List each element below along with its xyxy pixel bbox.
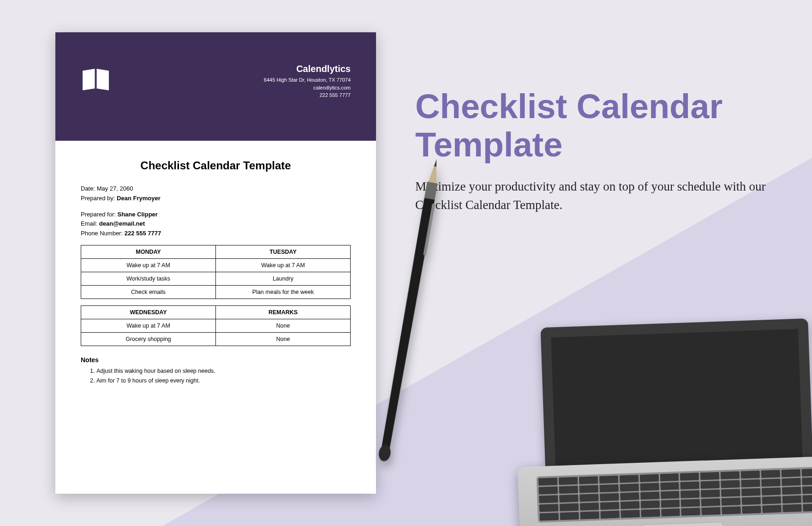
company-name: Calendlytics	[264, 64, 351, 74]
prepared-for-label: Prepared for:	[81, 211, 118, 218]
col-header: MONDAY	[81, 245, 216, 258]
notes-title: Notes	[81, 356, 351, 364]
company-phone: 222 555 7777	[264, 91, 351, 99]
date-label: Date:	[81, 185, 97, 192]
col-header: TUESDAY	[216, 245, 351, 258]
prepared-by-label: Prepared by:	[81, 195, 117, 202]
notes-list: Adjust this waking hour based on sleep n…	[81, 366, 351, 386]
cell: Grocery shopping	[81, 332, 216, 346]
table-row: Wake up at 7 AMNone	[81, 319, 351, 332]
cell: Wake up at 7 AM	[216, 258, 351, 272]
email-value: dean@email.net	[99, 220, 145, 227]
email-label: Email:	[81, 220, 99, 227]
cell: None	[216, 319, 351, 332]
promo-title: Checklist Calendar Template	[415, 88, 766, 164]
laptop-keyboard	[537, 466, 812, 523]
prepared-by-value: Dean Frymoyer	[117, 195, 161, 202]
checklist-table-2: WEDNESDAY REMARKS Wake up at 7 AMNone Gr…	[81, 305, 351, 346]
document-header: Calendlytics 6445 High Star Dr, Houston,…	[55, 32, 376, 141]
company-website: calendlytics.com	[264, 84, 351, 92]
cell: Wake up at 7 AM	[81, 319, 216, 332]
laptop-base	[518, 456, 812, 526]
laptop-prop	[513, 317, 812, 526]
meta-group-1: Date: May 27, 2060 Prepared by: Dean Fry…	[81, 184, 351, 203]
meta-group-2: Prepared for: Shane Clipper Email: dean@…	[81, 210, 351, 239]
cell: Plan meals for the week	[216, 285, 351, 299]
table-row: Check emailsPlan meals for the week	[81, 285, 351, 299]
cell: Wake up at 7 AM	[81, 258, 216, 272]
promo-block: Checklist Calendar Template Maximize you…	[415, 88, 766, 215]
cell: Laundry	[216, 272, 351, 285]
col-header: REMARKS	[216, 305, 351, 319]
checklist-table-1: MONDAY TUESDAY Wake up at 7 AMWake up at…	[81, 245, 351, 299]
promo-description: Maximize your productivity and stay on t…	[415, 177, 766, 215]
col-header: WEDNESDAY	[81, 305, 216, 319]
table-row: Work/study tasksLaundry	[81, 272, 351, 285]
document-preview: Calendlytics 6445 High Star Dr, Houston,…	[55, 32, 376, 494]
notes-section: Notes Adjust this waking hour based on s…	[81, 356, 351, 386]
cell: Check emails	[81, 285, 216, 299]
laptop-trackpad	[639, 522, 723, 526]
document-body: Checklist Calendar Template Date: May 27…	[55, 141, 376, 386]
table-row: Grocery shoppingNone	[81, 332, 351, 346]
cell: None	[216, 332, 351, 346]
list-item: Adjust this waking hour based on sleep n…	[96, 366, 351, 376]
prepared-for-value: Shane Clipper	[118, 211, 158, 218]
company-address: 6445 High Star Dr, Houston, TX 77074	[264, 76, 351, 84]
phone-label: Phone Number:	[81, 230, 125, 237]
document-title: Checklist Calendar Template	[81, 159, 351, 172]
company-info: Calendlytics 6445 High Star Dr, Houston,…	[264, 64, 351, 99]
list-item: Aim for 7 to 9 hours of sleep every nigh…	[96, 376, 351, 386]
phone-value: 222 555 7777	[125, 230, 161, 237]
cell: Work/study tasks	[81, 272, 216, 285]
book-icon	[81, 67, 111, 92]
table-row: Wake up at 7 AMWake up at 7 AM	[81, 258, 351, 272]
date-value: May 27, 2060	[97, 185, 133, 192]
